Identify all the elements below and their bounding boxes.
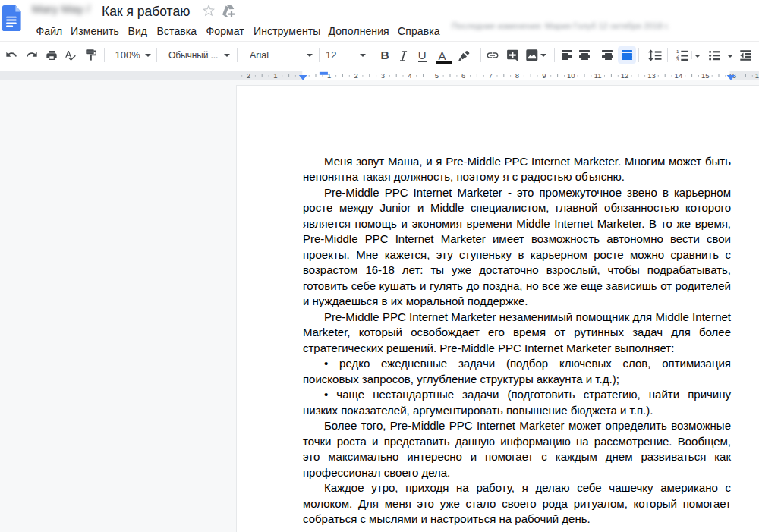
svg-text:6: 6: [461, 71, 465, 80]
svg-text:4: 4: [408, 71, 411, 80]
svg-text:17: 17: [755, 71, 759, 80]
svg-text:15: 15: [701, 71, 710, 80]
svg-text:12: 12: [621, 71, 629, 80]
svg-text:3: 3: [381, 71, 385, 80]
svg-text:9: 9: [542, 71, 546, 80]
svg-text:13: 13: [647, 71, 656, 80]
svg-text:1: 1: [273, 71, 277, 80]
svg-text:11: 11: [594, 71, 602, 80]
svg-text:14: 14: [675, 71, 683, 80]
svg-text:2: 2: [354, 71, 357, 80]
svg-text:8: 8: [515, 71, 519, 80]
svg-text:2: 2: [247, 71, 250, 80]
svg-text:3: 3: [676, 57, 679, 62]
svg-text:7: 7: [488, 71, 492, 80]
svg-text:10: 10: [567, 71, 575, 80]
svg-text:5: 5: [435, 71, 439, 80]
